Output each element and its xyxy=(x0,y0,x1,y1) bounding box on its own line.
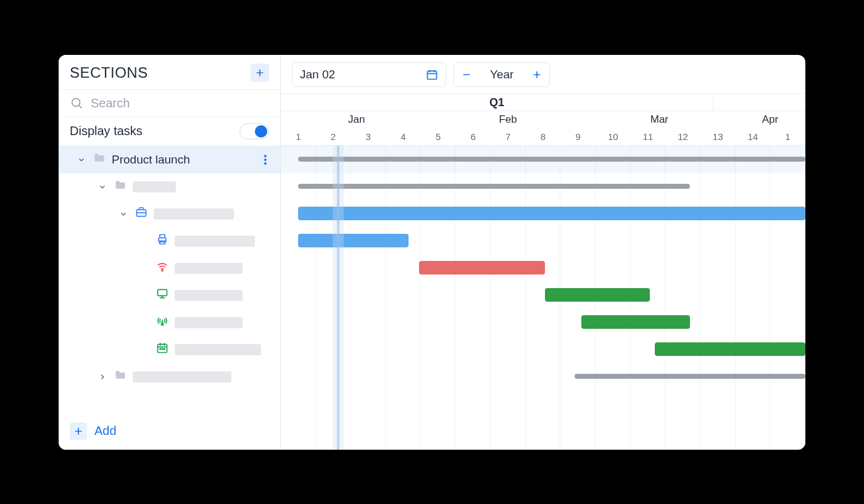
chevron-down-icon[interactable] xyxy=(76,154,87,165)
task-bar[interactable] xyxy=(545,288,650,302)
week-cell: 12 xyxy=(665,128,700,145)
calendar-icon xyxy=(426,68,438,81)
placeholder-text xyxy=(175,317,243,328)
minus-icon xyxy=(462,70,471,80)
calendar-icon xyxy=(156,342,168,357)
zoom-control: Year xyxy=(454,62,550,87)
week-cell: 14 xyxy=(736,128,771,145)
tree-row[interactable] xyxy=(59,255,280,282)
tree-row[interactable] xyxy=(59,336,280,363)
plus-icon xyxy=(73,426,83,436)
tree-row-label: Product launch xyxy=(112,153,190,167)
summary-bar[interactable] xyxy=(298,157,805,162)
tree-row[interactable] xyxy=(59,200,280,228)
antenna-icon xyxy=(156,315,168,330)
svg-point-6 xyxy=(264,162,267,165)
gantt-row xyxy=(281,281,805,308)
week-cell: 8 xyxy=(526,128,561,145)
week-cell: 1 xyxy=(281,128,316,145)
chevron-down-icon[interactable] xyxy=(97,181,108,192)
week-cell: 5 xyxy=(421,128,456,145)
toggle-knob xyxy=(255,125,267,138)
search-input[interactable] xyxy=(91,96,269,110)
svg-rect-13 xyxy=(158,289,167,295)
gantt-row xyxy=(281,200,805,227)
quarter-cell: Q1 xyxy=(281,94,713,110)
svg-point-21 xyxy=(160,349,161,350)
gantt-row xyxy=(281,254,805,281)
gantt-row xyxy=(281,308,805,336)
placeholder-text xyxy=(133,371,231,382)
row-actions-button[interactable] xyxy=(257,151,274,168)
zoom-in-button[interactable] xyxy=(525,63,549,86)
chevron-right-icon[interactable] xyxy=(97,371,108,382)
placeholder-text xyxy=(175,236,255,247)
add-section-footer[interactable]: Add xyxy=(59,415,280,450)
sidebar: SECTIONS Display tasks Product launch Ad… xyxy=(59,55,281,450)
gantt-row xyxy=(281,336,805,363)
placeholder-text xyxy=(175,263,243,274)
plus-icon xyxy=(532,70,542,80)
month-cell: Mar xyxy=(584,111,735,128)
week-cell: 11 xyxy=(631,128,666,145)
toolbar: Jan 02 Year xyxy=(281,55,805,93)
today-marker xyxy=(337,146,339,450)
svg-rect-10 xyxy=(160,235,165,238)
summary-bar[interactable] xyxy=(298,184,690,189)
tree-row[interactable] xyxy=(59,363,280,390)
summary-bar[interactable] xyxy=(575,374,805,379)
date-label: Jan 02 xyxy=(300,68,335,81)
task-bar[interactable] xyxy=(298,234,409,247)
sidebar-header: SECTIONS xyxy=(59,55,280,89)
week-cell: 6 xyxy=(455,128,491,145)
plus-icon-box xyxy=(70,423,87,440)
zoom-label: Year xyxy=(479,68,525,81)
add-label: Add xyxy=(94,424,117,438)
month-cell: Feb xyxy=(432,111,583,128)
week-cell: 3 xyxy=(351,128,386,145)
gantt-row xyxy=(281,227,805,254)
week-cell: 10 xyxy=(596,128,631,145)
gantt-row xyxy=(281,363,805,390)
main-area: Jan 02 Year Q1 JanFebMarApr 123456789101… xyxy=(281,55,805,450)
week-cell: 13 xyxy=(700,128,736,145)
placeholder-text xyxy=(133,181,176,192)
gantt-row xyxy=(281,146,805,173)
tree-row[interactable] xyxy=(59,173,280,200)
tree-row[interactable] xyxy=(59,282,280,309)
week-row: 12345678910111213141 xyxy=(281,128,805,146)
folder-icon xyxy=(114,179,127,194)
sidebar-title: SECTIONS xyxy=(70,64,148,81)
svg-point-12 xyxy=(162,270,163,271)
display-tasks-toggle[interactable] xyxy=(239,123,269,139)
month-row: JanFebMarApr xyxy=(281,111,805,128)
date-picker[interactable]: Jan 02 xyxy=(292,62,446,87)
gantt-body[interactable] xyxy=(281,146,805,450)
add-section-button[interactable] xyxy=(251,64,269,82)
svg-point-22 xyxy=(162,349,163,350)
placeholder-text xyxy=(154,209,234,220)
task-bar[interactable] xyxy=(298,207,805,220)
quarter-cell-next xyxy=(713,94,805,110)
month-cell: Apr xyxy=(735,111,805,128)
search-row xyxy=(59,89,280,117)
quarter-row: Q1 xyxy=(281,94,805,111)
svg-rect-26 xyxy=(428,71,437,79)
task-bar[interactable] xyxy=(419,261,545,275)
app-window: SECTIONS Display tasks Product launch Ad… xyxy=(59,55,805,450)
task-bar[interactable] xyxy=(581,315,690,329)
display-tasks-row: Display tasks xyxy=(59,117,280,146)
week-cell: 9 xyxy=(560,128,596,145)
chevron-down-icon[interactable] xyxy=(118,209,129,220)
timeline-header: Q1 JanFebMarApr 12345678910111213141 xyxy=(281,93,805,146)
folder-icon xyxy=(93,152,106,167)
tree-row[interactable]: Product launch xyxy=(59,146,280,173)
svg-line-3 xyxy=(79,105,81,108)
folder-icon xyxy=(114,369,127,384)
task-bar[interactable] xyxy=(655,342,805,356)
tree-row[interactable] xyxy=(59,309,280,336)
wifi-icon xyxy=(156,260,168,276)
zoom-out-button[interactable] xyxy=(454,63,479,86)
week-cell: 1 xyxy=(770,128,805,145)
tree-row[interactable] xyxy=(59,228,280,255)
